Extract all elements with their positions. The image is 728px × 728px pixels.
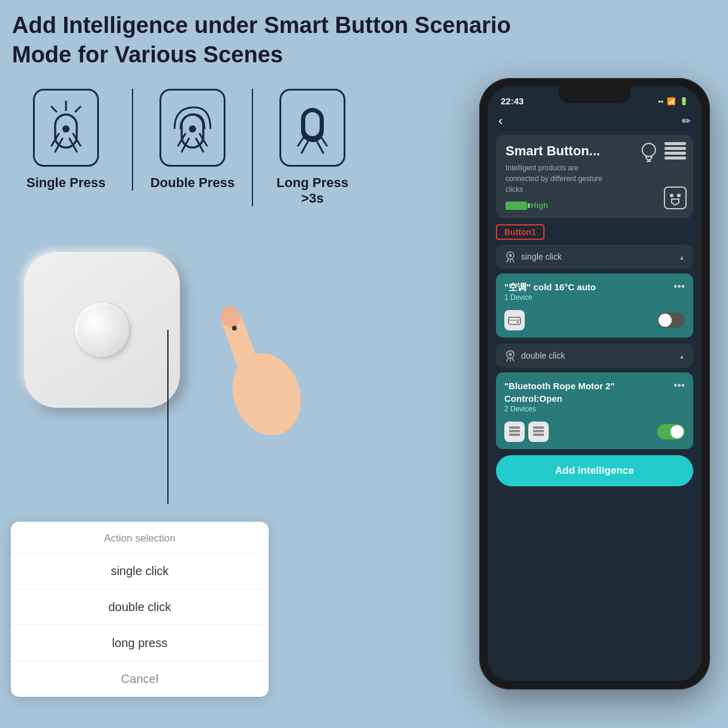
svg-line-17 — [298, 135, 305, 146]
double-press-icon — [169, 98, 216, 158]
svg-line-3 — [75, 106, 81, 112]
phone-container: 22:43 ▪▪ 📶 🔋 ‹ ✏ Smart Button... Intelli… — [479, 78, 710, 690]
svg-point-25 — [231, 325, 237, 331]
double-click-action-bottom — [504, 422, 685, 442]
svg-point-30 — [677, 194, 681, 197]
single-click-action-card: "空调" cold 16°C auto 1 Device ••• — [496, 273, 693, 338]
single-click-toggle[interactable] — [657, 312, 685, 328]
double-press-icon-box — [160, 89, 225, 167]
phone-notch — [559, 86, 631, 103]
press-type-single: Single Press — [12, 89, 120, 191]
bulb-icon — [640, 142, 657, 166]
svg-point-4 — [62, 125, 70, 133]
svg-point-10 — [189, 125, 196, 133]
battery-level: High — [531, 201, 548, 210]
svg-line-47 — [512, 358, 514, 361]
single-press-icon-box — [33, 89, 99, 167]
action-popup: Action selection single click double cli… — [11, 522, 269, 697]
button1-label: Button1 — [496, 224, 545, 240]
single-click-action-bottom — [504, 310, 685, 330]
svg-rect-16 — [305, 112, 320, 136]
battery-indicator: High — [506, 201, 684, 210]
blinds-icon — [663, 141, 687, 165]
double-click-section: double click — [496, 344, 693, 368]
svg-point-44 — [509, 353, 512, 356]
status-time: 22:43 — [501, 96, 524, 106]
press-type-double: Double Press — [132, 89, 240, 191]
action-popup-title: Action selection — [11, 522, 269, 553]
double-click-device-thumb-1 — [504, 422, 525, 442]
svg-rect-51 — [533, 426, 544, 429]
double-press-label: Double Press — [151, 175, 235, 191]
svg-point-36 — [509, 254, 512, 257]
svg-rect-52 — [533, 430, 544, 432]
long-press-icon — [288, 98, 336, 158]
action-popup-long-press[interactable]: long press — [11, 625, 269, 661]
svg-line-2 — [51, 106, 57, 112]
ac-icon — [508, 314, 521, 327]
single-click-device-thumb — [504, 310, 525, 330]
battery-status-icon: 🔋 — [679, 97, 688, 106]
svg-line-18 — [302, 140, 309, 153]
press-types-row: Single Press Double Press — [12, 89, 360, 206]
action-popup-single-click[interactable]: single click — [11, 553, 269, 589]
single-click-action-title: "空调" cold 16°C auto — [504, 281, 596, 293]
device-description: Intelligent products are connected by di… — [506, 163, 613, 195]
single-press-label: Single Press — [26, 175, 106, 191]
physical-device-button — [24, 252, 180, 408]
single-click-more-button[interactable]: ••• — [673, 281, 685, 293]
wifi-icon: ▪▪ — [658, 97, 663, 106]
blind-thumb-icon-2 — [533, 426, 545, 438]
svg-rect-48 — [509, 426, 520, 429]
svg-rect-40 — [509, 317, 521, 324]
single-click-header-left: single click — [504, 251, 562, 263]
double-click-more-button[interactable]: ••• — [673, 380, 685, 392]
page-title: Add Intelligence under Smart Button Scen… — [12, 11, 552, 70]
double-click-icon — [504, 350, 516, 362]
double-click-device-count: 2 Devices — [504, 405, 648, 413]
device-info-card: Smart Button... Intelligent products are… — [496, 135, 693, 218]
svg-rect-33 — [664, 152, 686, 155]
single-click-chevron[interactable] — [679, 252, 685, 261]
add-intelligence-button[interactable]: Add intelligence — [496, 455, 693, 486]
edit-icon[interactable]: ✏ — [682, 115, 691, 128]
single-click-label: single click — [521, 252, 562, 261]
single-click-icon — [504, 251, 516, 263]
long-press-label: Long Press >3s — [265, 175, 360, 206]
svg-line-19 — [316, 140, 323, 153]
device-button-inner — [75, 303, 129, 357]
press-type-long: Long Press >3s — [252, 89, 360, 206]
double-click-toggle[interactable] — [657, 424, 685, 440]
long-press-icon-box — [279, 89, 345, 167]
signal-icon: 📶 — [667, 97, 676, 106]
single-click-section: single click — [496, 245, 693, 269]
double-click-device-thumb-2 — [528, 422, 549, 442]
app-header: ‹ ✏ — [488, 111, 702, 135]
svg-rect-32 — [664, 147, 686, 150]
double-click-label: double click — [521, 351, 565, 360]
button1-tag: Button1 — [496, 224, 545, 240]
svg-rect-53 — [533, 434, 544, 436]
svg-point-24 — [218, 303, 243, 330]
double-click-chevron[interactable] — [679, 351, 685, 360]
double-click-devices-row — [504, 422, 549, 442]
phone-shell: 22:43 ▪▪ 📶 🔋 ‹ ✏ Smart Button... Intelli… — [479, 78, 710, 690]
double-click-header-left: double click — [504, 350, 565, 362]
svg-line-39 — [512, 259, 514, 262]
svg-rect-34 — [664, 157, 686, 160]
action-popup-double-click[interactable]: double click — [11, 589, 269, 625]
svg-line-37 — [507, 259, 509, 262]
double-click-action-title: "Bluetooth Rope Motor 2" Control:Open — [504, 380, 648, 405]
action-popup-cancel[interactable]: Cancel — [11, 661, 269, 697]
svg-line-20 — [320, 135, 327, 146]
single-click-action-top: "空调" cold 16°C auto 1 Device ••• — [504, 281, 685, 306]
double-click-action-info: "Bluetooth Rope Motor 2" Control:Open 2 … — [504, 380, 648, 418]
svg-point-26 — [642, 143, 655, 157]
outlet-icon — [663, 186, 687, 212]
single-click-header: single click — [496, 245, 693, 269]
svg-line-45 — [507, 358, 509, 361]
single-click-device-count: 1 Device — [504, 293, 596, 302]
single-press-icon — [42, 98, 90, 158]
svg-rect-31 — [664, 142, 686, 145]
back-button[interactable]: ‹ — [498, 113, 503, 129]
